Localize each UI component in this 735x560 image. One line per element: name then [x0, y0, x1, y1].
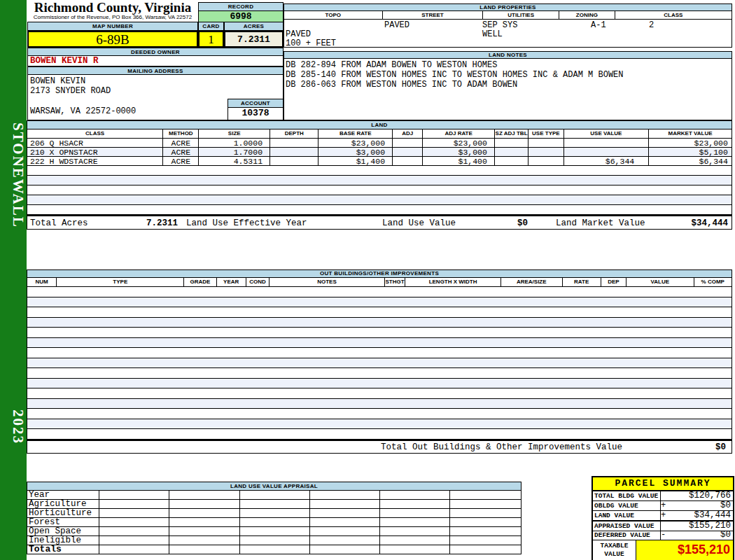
appraisal-cell	[380, 491, 450, 500]
summary-row: APPRAISED VALUE $155,210	[593, 521, 733, 531]
land-notes-box: DB 282-894 FROM ADAM BOWEN TO WESTON HOM…	[284, 59, 732, 120]
land-properties-values: PAVED SEP SYS A-1 2 PAVED WELL 100 + FEE…	[284, 20, 732, 48]
empty-table-row	[27, 388, 732, 399]
taxable-label-line2: VALUE	[593, 550, 636, 559]
land-properties-col: CLASS	[615, 11, 732, 19]
land-cell: $5,100	[649, 148, 732, 156]
land-cell: 1.0000	[199, 139, 270, 147]
appraisal-cell	[169, 500, 239, 509]
record-value: 6998	[198, 11, 284, 22]
mailing-line: WARSAW, VA 22572-0000	[30, 106, 136, 116]
land-table-header: CLASS METHOD SIZE DEPTH BASE RATE ADJ AD…	[27, 129, 732, 139]
land-title: LAND	[27, 120, 732, 129]
map-number-label: MAP NUMBER	[27, 22, 198, 31]
appraisal-row: Totals	[27, 545, 521, 554]
appraisal-cell	[169, 509, 239, 518]
mailing-address-label: MAILING ADDRESS	[27, 66, 284, 75]
appraisal-cell	[310, 545, 380, 554]
out-buildings-section: OUT BUILDINGS/OTHER IMPROVEMENTS NUM TYP…	[27, 270, 732, 451]
land-col-header: SZ ADJ TBL	[495, 130, 528, 138]
district-name: STONEWALL	[0, 115, 27, 234]
appraisal-cell	[169, 491, 239, 500]
appraisal-cell	[240, 491, 310, 500]
land-col-header: USE VALUE	[564, 130, 650, 138]
land-cell: $23,000	[423, 139, 495, 147]
out-buildings-empty-rows	[27, 287, 732, 440]
empty-table-row	[27, 298, 732, 308]
empty-table-row	[27, 429, 732, 440]
summary-label: LAND VALUE	[593, 511, 661, 521]
appraisal-cell	[380, 509, 450, 518]
appraisal-cell	[169, 545, 239, 554]
card-value: 1	[198, 31, 224, 48]
summary-value: $0	[669, 501, 733, 511]
appraisal-cell	[450, 545, 520, 554]
land-cell	[393, 139, 423, 147]
appraisal-row: Ineligible	[27, 536, 521, 545]
land-notes-title: LAND NOTES	[284, 51, 732, 59]
utilities-value-1: SEP SYS	[482, 20, 517, 30]
land-market-value-label: Land Market Value	[556, 218, 645, 228]
land-cell	[495, 157, 528, 165]
empty-table-row	[27, 348, 732, 358]
appraisal-cell	[99, 536, 169, 545]
appraisal-cell	[450, 518, 520, 527]
land-totals-row: Total Acres 7.2311 Land Use Effective Ye…	[27, 215, 732, 230]
out-buildings-title: OUT BUILDINGS/OTHER IMPROVEMENTS	[27, 270, 732, 277]
land-note-line: DB 285-140 FROM WESTON HOMES INC TO WEST…	[286, 70, 623, 80]
land-col-header: ADJ RATE	[423, 130, 495, 138]
summary-value: $120,766	[669, 491, 733, 501]
total-acres-label: Total Acres	[30, 218, 88, 228]
land-cell: $3,000	[318, 148, 393, 156]
appraisal-row: Open Space	[27, 527, 521, 536]
summary-value: $0	[669, 531, 733, 540]
appraisal-row: Forest	[27, 518, 521, 527]
appraisal-cell	[240, 536, 310, 545]
appraisal-row: Horticulture	[27, 509, 521, 518]
land-cell	[270, 139, 318, 147]
land-col-header: METHOD	[163, 130, 199, 138]
empty-table-row	[27, 186, 732, 195]
empty-table-row	[27, 166, 732, 176]
class-value: 2	[649, 20, 654, 30]
ob-col-header: % COMP	[694, 278, 732, 286]
land-table-row: 206 Q HSACR ACRE 1.0000 $23,000 $23,000 …	[27, 139, 732, 148]
topo-value-2: 100 + FEET	[286, 38, 336, 48]
appraisal-cell	[380, 527, 450, 536]
land-cell: $23,000	[318, 139, 393, 147]
appraisal-row: Agriculture	[27, 500, 521, 509]
land-col-header: USE TYPE	[528, 130, 564, 138]
land-section: LAND CLASS METHOD SIZE DEPTH BASE RATE A…	[27, 120, 732, 224]
land-cell	[564, 148, 650, 156]
land-cell: 206 Q HSACR	[27, 139, 163, 147]
ob-col-header: NUM	[27, 278, 57, 286]
total-acres-value: 7.2311	[146, 218, 178, 228]
land-cell: $1,400	[318, 157, 393, 165]
empty-table-row	[27, 379, 732, 389]
empty-table-row	[27, 176, 732, 186]
utilities-value-2: WELL	[482, 29, 503, 39]
ob-col-header: NOTES	[270, 278, 385, 286]
ob-total-value: $0	[715, 442, 726, 452]
land-table-row: 222 H WDSTACRE ACRE 4.5311 $1,400 $1,400…	[27, 157, 732, 166]
summary-op: +	[661, 501, 669, 511]
land-cell	[270, 157, 318, 165]
county-header: Richmond County, Virginia Commissioner o…	[27, 1, 198, 21]
appraisal-cell	[99, 527, 169, 536]
appraisal-cell	[99, 500, 169, 509]
land-cell	[528, 139, 564, 147]
summary-value: $34,444	[669, 511, 733, 521]
land-col-header: BASE RATE	[318, 130, 393, 138]
land-use-value-label: Land Use Value	[382, 218, 456, 228]
summary-row: TOTAL BLDG VALUE $120,766	[593, 491, 733, 501]
land-cell: 4.5311	[199, 157, 270, 165]
summary-label: DEFERRED VALUE	[593, 531, 661, 540]
land-cell: 210 X OPNSTACR	[27, 148, 163, 156]
ob-col-header: COND	[246, 278, 270, 286]
effective-year-label: Land Use Effective Year	[186, 218, 307, 228]
land-empty-rows	[27, 166, 732, 215]
land-cell: ACRE	[163, 157, 199, 165]
land-note-line: DB 286-063 FROM WESTON HOMES INC TO ADAM…	[286, 80, 517, 90]
land-properties-col: UTILITIES	[483, 11, 559, 19]
land-col-header: SIZE	[199, 130, 270, 138]
